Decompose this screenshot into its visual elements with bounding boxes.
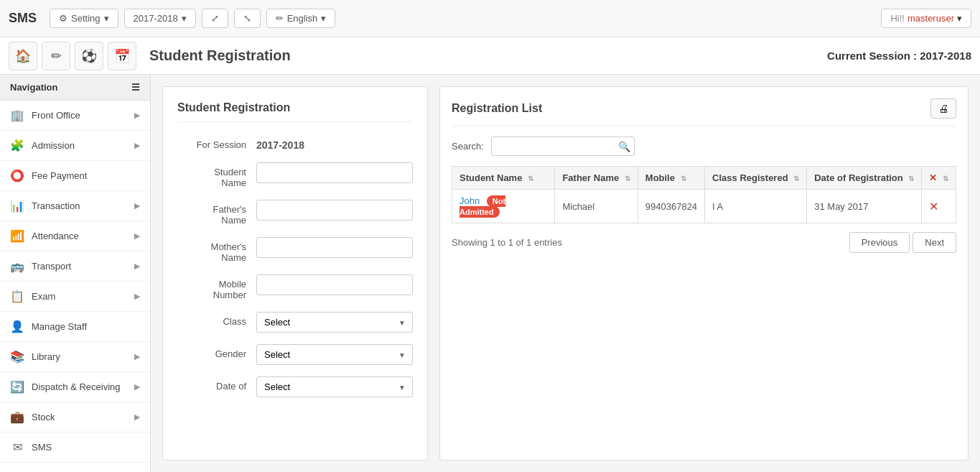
sidebar-item-label: Transaction — [32, 200, 80, 211]
date-select-wrapper: Select — [256, 376, 413, 397]
class-label: Class — [177, 312, 256, 327]
col-father-name: Father Name ⇅ — [555, 167, 638, 190]
sidebar-item-dispatch-receiving[interactable]: 🔄 Dispatch & Receiving ▶ — [0, 372, 150, 402]
chevron-right-icon: ▶ — [134, 262, 140, 271]
print-button[interactable]: 🖨 — [930, 98, 956, 119]
mobile-number-input[interactable] — [256, 274, 413, 295]
sidebar-item-left: 👤 Manage Staff — [10, 320, 87, 333]
home-icon-button[interactable]: 🏠 — [9, 42, 37, 70]
resize-button[interactable]: ⤡ — [234, 9, 261, 28]
sidebar-item-label: Dispatch & Receiving — [32, 381, 121, 392]
sort-icon[interactable]: ⇅ — [943, 175, 948, 182]
search-label: Search: — [452, 141, 484, 152]
student-name-link[interactable]: John — [459, 195, 480, 206]
fullscreen-button[interactable]: ⤢ — [202, 9, 228, 28]
chevron-down-icon: ▾ — [104, 13, 109, 24]
delete-all-icon[interactable]: ✕ — [929, 172, 937, 183]
calendar-icon-button[interactable]: 📅 — [108, 42, 136, 70]
fathers-name-input[interactable] — [256, 200, 413, 221]
setting-button[interactable]: ⚙ Setting ▾ — [50, 9, 118, 28]
sidebar-item-label: Fee Payment — [32, 170, 87, 181]
attendance-icon: 📶 — [10, 229, 24, 243]
student-name-input[interactable] — [256, 162, 413, 183]
sidebar-item-left: 📋 Exam — [10, 290, 55, 303]
gender-label: Gender — [177, 344, 256, 359]
student-name-label: StudentName — [177, 162, 256, 188]
chevron-right-icon: ▶ — [134, 201, 140, 210]
sidebar-item-front-office[interactable]: 🏢 Front Office ▶ — [0, 101, 150, 131]
table-footer: Showing 1 to 1 of 1 entries Previous Nex… — [452, 232, 956, 253]
col-mobile: Mobile ⇅ — [638, 167, 704, 190]
sidebar-item-attendance[interactable]: 📶 Attendance ▶ — [0, 221, 150, 251]
fathers-name-label: Father'sName — [177, 200, 256, 226]
dispatch-receiving-icon: 🔄 — [10, 380, 24, 394]
class-select-wrapper: Select I A I B II A II B — [256, 312, 413, 333]
sms-icon: ✉ — [10, 440, 24, 454]
stock-icon: 💼 — [10, 410, 24, 424]
sidebar-item-transport[interactable]: 🚌 Transport ▶ — [0, 251, 150, 282]
chevron-right-icon: ▶ — [134, 231, 140, 241]
father-name-cell: Michael — [555, 190, 638, 223]
mobile-number-row: MobileNumber — [177, 274, 413, 300]
sidebar-item-label: Front Office — [32, 110, 80, 121]
sidebar-item-label: Exam — [32, 291, 55, 302]
registration-table: Student Name ⇅ Father Name ⇅ Mobile ⇅ — [452, 166, 956, 223]
exam-icon: 📋 — [10, 290, 24, 303]
globe-icon-button[interactable]: ⚽ — [75, 42, 103, 70]
list-panel-header: Registration List 🖨 — [452, 98, 956, 126]
date-select[interactable]: Select — [256, 376, 413, 397]
sidebar-item-transaction[interactable]: 📊 Transaction ▶ — [0, 191, 150, 221]
language-selector[interactable]: ✏ English ▾ — [266, 9, 336, 28]
content-area: Student Registration For Session 2017-20… — [151, 75, 980, 472]
sidebar-item-manage-staff[interactable]: 👤 Manage Staff — [0, 312, 150, 342]
col-actions: ✕ ⇅ — [922, 167, 956, 190]
gender-select[interactable]: Select Male Female — [256, 344, 413, 365]
col-student-name: Student Name ⇅ — [452, 167, 555, 190]
mothers-name-input[interactable] — [256, 237, 413, 258]
sort-icon[interactable]: ⇅ — [793, 175, 799, 182]
gender-row: Gender Select Male Female — [177, 344, 413, 365]
sidebar-item-stock[interactable]: 💼 Stock ▶ — [0, 402, 150, 432]
session-selector[interactable]: 2017-2018 ▾ — [124, 9, 196, 28]
sidebar-item-label: Library — [32, 351, 60, 362]
sidebar-item-fee-payment[interactable]: ⭕ Fee Payment — [0, 161, 150, 191]
search-input[interactable] — [491, 136, 635, 156]
sidebar-item-label: Attendance — [32, 231, 79, 241]
sidebar-item-exam[interactable]: 📋 Exam ▶ — [0, 282, 150, 312]
chevron-right-icon: ▶ — [134, 292, 140, 301]
user-menu[interactable]: Hi!! masteruser ▾ — [881, 9, 971, 28]
chevron-right-icon: ▶ — [134, 412, 140, 422]
mobile-cell: 9940367824 — [638, 190, 704, 223]
registration-list-panel: Registration List 🖨 Search: 🔍 Student Na… — [439, 86, 969, 461]
sidebar-item-admission[interactable]: 🧩 Admission ▶ — [0, 131, 150, 161]
sidebar-item-left: 📊 Transaction — [10, 199, 80, 213]
sidebar-item-library[interactable]: 📚 Library ▶ — [0, 342, 150, 372]
main-layout: Navigation ☰ 🏢 Front Office ▶ 🧩 Admissio… — [0, 75, 980, 472]
search-icon-button[interactable]: 🔍 — [618, 141, 630, 152]
search-row: Search: 🔍 — [452, 136, 956, 156]
sidebar-item-left: 💼 Stock — [10, 410, 55, 424]
greeting-text: Hi!! — [890, 13, 905, 24]
session-value: 2017-2018 — [256, 135, 304, 151]
sort-icon[interactable]: ⇅ — [681, 175, 686, 182]
app-title: SMS — [9, 11, 37, 26]
mothers-name-label: Mother'sName — [177, 237, 256, 263]
delete-row-button[interactable]: ✕ — [929, 200, 938, 213]
session-row: For Session 2017-2018 — [177, 135, 413, 151]
sidebar-item-sms[interactable]: ✉ SMS — [0, 432, 150, 463]
admission-icon: 🧩 — [10, 139, 24, 152]
student-name-row: StudentName — [177, 162, 413, 188]
toggle-icon[interactable]: ☰ — [131, 82, 140, 93]
class-select[interactable]: Select I A I B II A II B — [256, 312, 413, 333]
next-button[interactable]: Next — [913, 232, 956, 253]
sort-icon[interactable]: ⇅ — [625, 175, 630, 182]
student-name-cell: John Not Admitted — [452, 190, 555, 223]
edit-icon-button[interactable]: ✏ — [42, 42, 70, 70]
sidebar-item-left: ⭕ Fee Payment — [10, 169, 87, 182]
sort-icon[interactable]: ⇅ — [908, 175, 914, 182]
fathers-name-row: Father'sName — [177, 200, 413, 226]
previous-button[interactable]: Previous — [849, 232, 910, 253]
sort-icon[interactable]: ⇅ — [528, 175, 533, 182]
action-cell: ✕ — [922, 190, 956, 223]
class-row: Class Select I A I B II A II B — [177, 312, 413, 333]
